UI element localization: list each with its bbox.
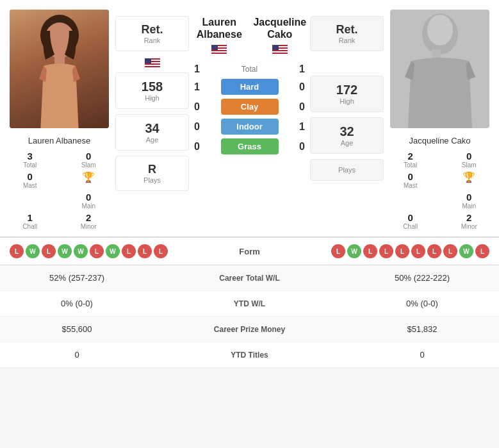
right-main-stat: 0 Main [443,192,496,210]
left-form-badge-6: W [106,244,120,258]
career-wl-label: Career Total W/L [141,274,358,283]
clay-right-num: 0 [294,101,310,113]
left-age-box: 34 Age [115,114,189,151]
right-form-badge-1: W [347,244,361,258]
right-high-label: High [317,97,377,105]
ytd-titles-label: YTD Titles [141,351,358,360]
right-rank-value: Ret. [317,23,377,37]
left-form-badge-1: W [26,244,40,258]
left-form-badges: LWLWWLWLLL [10,244,168,258]
clay-left-num: 0 [189,101,205,113]
left-form-badge-5: L [90,244,104,258]
form-label: Form [231,247,269,256]
career-total-wl-row: 52% (257-237) Career Total W/L 50% (222-… [0,265,499,291]
total-right-num: 1 [294,63,310,75]
left-main-stat: 0 Main [62,192,116,210]
right-age-value: 32 [317,124,377,139]
right-form-badge-4: L [395,244,409,258]
right-minor-stat: 2 Minor [443,212,496,230]
grass-row: 0 Grass 0 [189,138,310,154]
right-form-badge-7: L [443,244,457,258]
left-flag [145,58,160,67]
right-high-box: 172 High [310,76,384,112]
left-player-name-center: Lauren Albanese [189,16,250,54]
right-mast-stat: 0 Mast [384,171,438,189]
left-age-value: 34 [122,121,182,136]
right-total-stat: 2 Total [384,151,438,169]
prize-label: Career Prize Money [141,325,358,334]
left-plays-label: Plays [122,176,182,184]
indoor-right-num: 1 [294,121,310,133]
hard-left-num: 1 [189,81,205,93]
center-column: Lauren Albanese Jacqueline Cako [189,10,310,230]
prize-money-row: $55,600 Career Prize Money $51,832 [0,317,499,342]
left-player-stats: 3 Total 0 Slam 0 Mast 🏆 0 Main [3,151,115,230]
right-player-name-center: Jacqueline Cako [250,16,311,54]
right-form-badge-9: L [475,244,489,258]
left-chall-stat: 1 Chall [3,212,57,230]
grass-left-num: 0 [189,141,205,153]
form-section: LWLWWLWLLL Form LWLLLLLLWL [0,236,499,265]
left-form-badge-4: W [74,244,88,258]
left-rank-box: Ret. Rank [115,16,189,51]
left-form-badge-3: W [58,244,72,258]
total-left-num: 1 [189,63,205,75]
left-prize: $55,600 [13,324,141,334]
left-player-column: Lauren Albanese 3 Total 0 Slam 0 Mast 🏆 [3,10,115,230]
left-flag-center [189,43,250,54]
ytd-wl-label: YTD W/L [141,299,358,308]
ytd-titles-row: 0 YTD Titles 0 [0,342,499,368]
left-minor-stat: 2 Minor [62,212,116,230]
left-ytd-wl: 0% (0-0) [13,299,141,308]
left-high-value: 158 [122,79,182,94]
right-ytd-wl: 0% (0-0) [358,299,486,308]
ytd-wl-row: 0% (0-0) YTD W/L 0% (0-0) [0,291,499,317]
indoor-row: 0 Indoor 1 [189,119,310,135]
left-rank-label: Rank [122,37,182,44]
left-stats-column: Ret. Rank 158 High 34 Age R Plays [115,10,189,230]
right-plays-box: Plays [310,159,384,181]
main-container: Lauren Albanese 3 Total 0 Slam 0 Mast 🏆 [0,0,499,368]
lauren-silhouette [34,15,85,128]
clay-badge: Clay [221,99,279,115]
left-player-photo [10,10,109,128]
jacqueline-photo-bg [390,10,489,128]
left-rank-value: Ret. [122,23,182,37]
left-plays-box: R Plays [115,156,189,191]
right-rank-box: Ret. Rank [310,16,384,51]
left-career-wl: 52% (257-237) [13,273,141,283]
right-career-wl: 50% (222-222) [358,273,486,283]
left-trophy-icon: 🏆 [82,171,95,183]
right-ytd-titles: 0 [358,350,486,360]
right-player-column: Jacqueline Cako 2 Total 0 Slam 0 Mast 🏆 [384,10,496,230]
left-trophy-icon-cell: 🏆 [62,171,116,189]
left-player-name: Lauren Albanese [28,136,91,145]
total-label: Total [205,65,294,74]
right-prize: $51,832 [358,324,486,334]
stats-table: 52% (257-237) Career Total W/L 50% (222-… [0,265,499,368]
left-flag-container [145,56,160,67]
left-form-badge-0: L [10,244,24,258]
right-high-value: 172 [317,83,377,97]
player-names-row: Lauren Albanese Jacqueline Cako [189,16,310,54]
right-slam-stat: 0 Slam [443,151,496,169]
left-high-label: High [122,94,182,102]
left-form-badge-2: L [42,244,56,258]
clay-row: 0 Clay 0 [189,99,310,115]
right-form-badge-6: L [427,244,441,258]
right-rank-label: Rank [317,37,377,44]
indoor-badge: Indoor [221,119,279,135]
right-form-badge-2: L [363,244,377,258]
jacqueline-silhouette [398,10,482,128]
hard-right-num: 0 [294,81,310,93]
right-stats-column: Ret. Rank 172 High 32 Age Plays [310,10,384,230]
grass-badge: Grass [221,138,279,154]
right-trophy-icon: 🏆 [462,171,475,183]
indoor-left-num: 0 [189,121,205,133]
hard-badge: Hard [221,79,279,95]
left-flag-center-icon [211,45,227,54]
right-form-badge-8: W [459,244,473,258]
svg-point-4 [427,15,453,46]
right-form-badge-3: L [379,244,393,258]
total-row: 1 Total 1 [189,63,310,75]
